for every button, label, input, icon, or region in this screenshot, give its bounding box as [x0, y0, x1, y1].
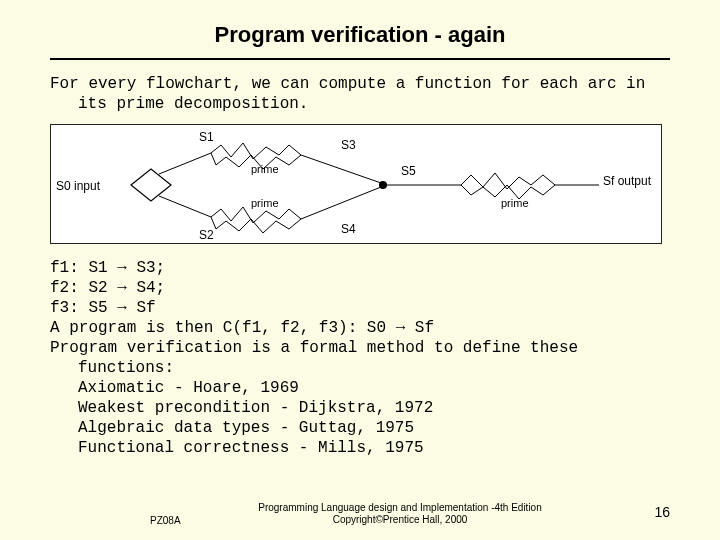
- svg-marker-2: [461, 173, 555, 199]
- arc-s2: [159, 196, 211, 217]
- svg-marker-1: [211, 207, 301, 233]
- flowchart-diagram: S0 input S1 S2 prime prime: [50, 124, 662, 244]
- label-s2: S2: [199, 228, 214, 242]
- slide: Program verification - again For every f…: [0, 0, 720, 540]
- line-f3: f3: S5 → Sf: [50, 298, 670, 318]
- label-s4: S4: [341, 222, 356, 236]
- label-s3: S3: [341, 138, 356, 152]
- line-axiomatic: Axiomatic - Hoare, 1969: [50, 378, 670, 398]
- arc-s3: [301, 155, 381, 183]
- prime-cloud-bottom-icon: [211, 207, 301, 233]
- decision-diamond-icon: [131, 169, 171, 201]
- label-s5: S5: [401, 164, 416, 178]
- footer-center-line1: Programming Language design and Implemen…: [258, 502, 542, 513]
- merge-node-icon: [379, 181, 387, 189]
- label-prime-right: prime: [501, 197, 529, 209]
- label-prime-top: prime: [251, 163, 279, 175]
- flowchart-diagram-wrap: S0 input S1 S2 prime prime: [50, 124, 670, 244]
- title-divider: [50, 58, 670, 60]
- label-s1: S1: [199, 130, 214, 144]
- intro-paragraph: For every flowchart, we can compute a fu…: [50, 74, 670, 114]
- line-f1: f1: S1 → S3;: [50, 258, 670, 278]
- line-adt: Algebraic data types - Guttag, 1975: [50, 418, 670, 438]
- line-f2: f2: S2 → S4;: [50, 278, 670, 298]
- label-prime-bottom: prime: [251, 197, 279, 209]
- footer-center: Programming Language design and Implemen…: [200, 502, 600, 526]
- slide-body: For every flowchart, we can compute a fu…: [0, 74, 720, 458]
- arc-s1: [159, 153, 211, 174]
- line-pv: Program verification is a formal method …: [50, 338, 670, 378]
- line-wp: Weakest precondition - Dijkstra, 1972: [50, 398, 670, 418]
- footer-left: PZ08A: [150, 515, 181, 526]
- line-program: A program is then C(f1, f2, f3): S0 → Sf: [50, 318, 670, 338]
- label-s0: S0 input: [56, 179, 101, 193]
- label-sf: Sf output: [603, 174, 652, 188]
- line-fc: Functional correctness - Mills, 1975: [50, 438, 670, 458]
- page-number: 16: [654, 504, 670, 520]
- page-title: Program verification - again: [0, 0, 720, 58]
- arc-s4: [301, 187, 381, 219]
- prime-cloud-right-icon: [461, 173, 555, 199]
- footer-center-line2: Copyright©Prentice Hall, 2000: [333, 514, 468, 525]
